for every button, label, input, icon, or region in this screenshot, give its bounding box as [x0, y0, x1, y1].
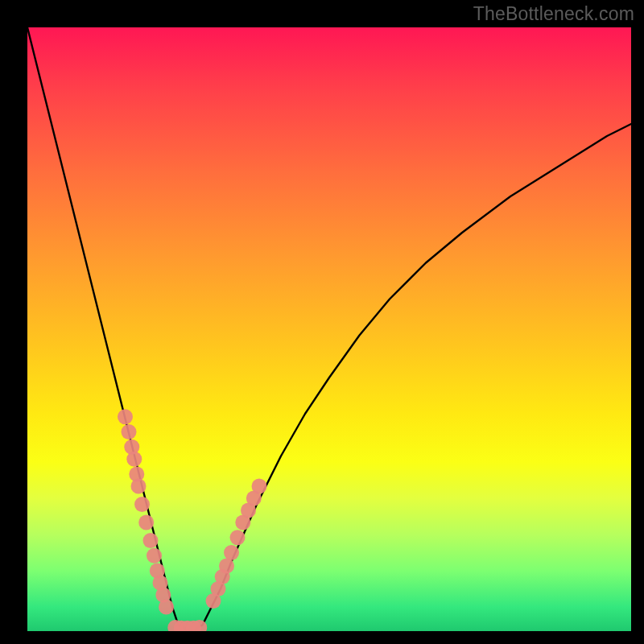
data-point [138, 515, 154, 530]
data-point [230, 530, 246, 545]
chart-svg [27, 27, 631, 631]
data-point [134, 497, 150, 512]
data-point [219, 559, 234, 574]
watermark-text: TheBottleneck.com [473, 3, 634, 25]
data-point [252, 479, 267, 494]
data-point [122, 424, 137, 440]
curve-layer [27, 27, 631, 631]
data-point [131, 479, 147, 494]
data-point [143, 533, 159, 548]
data-point [118, 409, 133, 424]
bottleneck-curve-path [27, 27, 631, 631]
data-point [147, 548, 162, 564]
marker-layer [118, 409, 267, 631]
data-point [159, 600, 174, 615]
plot-area [27, 27, 631, 631]
data-point [224, 545, 239, 560]
chart-frame: TheBottleneck.com [0, 0, 644, 644]
data-point [126, 452, 142, 467]
